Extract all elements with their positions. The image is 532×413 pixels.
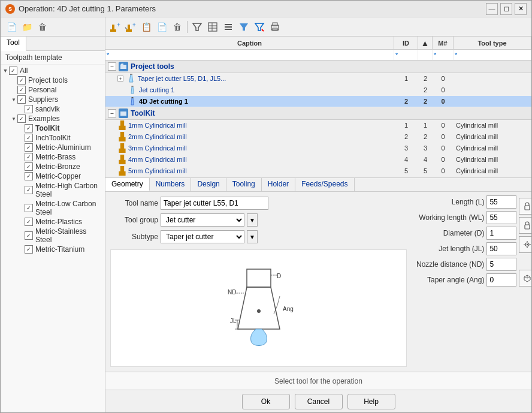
tool-tree[interactable]: ▼ All Project tools Personal: [1, 65, 105, 412]
tree-item-suppliers[interactable]: ▼ Suppliers: [1, 95, 105, 104]
close-button[interactable]: ✕: [515, 3, 527, 15]
tree-item-examples[interactable]: ▼ Examples: [1, 114, 105, 123]
tree-item-sandvik[interactable]: sandvik: [1, 104, 105, 114]
tree-item-toolkit[interactable]: ToolKit: [1, 123, 105, 133]
tool-row-4d-jet-cutting-1[interactable]: 4D Jet cutting 1 2 2 0: [105, 96, 531, 107]
tree-item-metric-al[interactable]: Metric-Aluminium: [1, 143, 105, 152]
tool-row-4mm-mill[interactable]: 4mm Cylindrical mill 4 4 0 Cylindrical m…: [105, 154, 531, 165]
tree-item-metric-plastics[interactable]: Metric-Plastics: [1, 217, 105, 227]
tab-feeds-speeds[interactable]: Feeds/Speeds: [295, 178, 354, 191]
length-input[interactable]: [486, 195, 516, 209]
tool-row-2mm-mill[interactable]: 2mm Cylindrical mill 2 2 0 Cylindrical m…: [105, 131, 531, 143]
tab-tooling[interactable]: Tooling: [226, 178, 262, 191]
tree-item-project-tools[interactable]: Project tools: [1, 76, 105, 85]
subtype-select[interactable]: Taper jet cutter: [161, 230, 244, 243]
copy-tool-button[interactable]: 📋: [139, 20, 153, 34]
svg-rect-18: [120, 65, 126, 69]
tool-group-select[interactable]: Jet cutter: [161, 213, 244, 227]
new-tool-button[interactable]: +: [108, 20, 122, 34]
tool-row-5mm-mill[interactable]: 5mm Cylindrical mill 5 5 0 Cylindrical m…: [105, 165, 531, 177]
open-folder-button[interactable]: 📁: [20, 20, 34, 34]
checkbox-suppliers[interactable]: [17, 95, 26, 104]
3mm-mill-id: 3: [394, 144, 418, 152]
delete-tool-button[interactable]: 🗑: [170, 20, 185, 34]
left-toolbar: 📄 📁 🗑: [1, 17, 105, 37]
tree-item-metric-lcs[interactable]: Metric-Low Carbon Steel: [1, 199, 105, 217]
cancel-button[interactable]: Cancel: [295, 394, 343, 409]
checkbox-metric-copper[interactable]: [25, 172, 33, 180]
checkbox-metric-lcs[interactable]: [25, 204, 33, 212]
tree-item-metric-copper[interactable]: Metric-Copper: [1, 171, 105, 181]
tab-holder[interactable]: Holder: [262, 178, 295, 191]
tool-group-dropdown[interactable]: ▼: [247, 213, 258, 227]
lock-icon-2[interactable]: [519, 217, 531, 234]
tree-item-metric-brass[interactable]: Metric-Brass: [1, 152, 105, 162]
lock-icon-3[interactable]: [519, 236, 531, 253]
settings-button[interactable]: [221, 20, 235, 34]
svg-text:Ang: Ang: [283, 306, 294, 312]
new-file-button[interactable]: 📄: [4, 20, 19, 34]
nozzle-distance-input[interactable]: [486, 258, 516, 271]
filter1-button[interactable]: [190, 20, 204, 34]
delete-button[interactable]: 🗑: [35, 20, 50, 34]
taper-angle-input[interactable]: [486, 273, 516, 287]
tab-numbers[interactable]: Numbers: [150, 178, 192, 191]
working-length-input[interactable]: [486, 211, 516, 224]
tree-item-metric-hcs[interactable]: Metric-High Carbon Steel: [1, 181, 105, 199]
tree-item-inchtoolkit[interactable]: InchToolKit: [1, 133, 105, 143]
checkbox-all[interactable]: [9, 67, 17, 75]
expand-project-tools[interactable]: –: [108, 62, 116, 71]
tree-item-metric-bronze[interactable]: Metric-Bronze: [1, 162, 105, 171]
minimize-button[interactable]: —: [486, 3, 498, 15]
ok-button[interactable]: Ok: [242, 394, 290, 409]
tab-geometry[interactable]: Geometry: [105, 178, 150, 191]
checkbox-metric-plastics[interactable]: [25, 218, 33, 226]
diameter-input[interactable]: [486, 227, 516, 240]
tab-tool[interactable]: Tool: [1, 37, 26, 51]
lock-icon-1[interactable]: [519, 198, 531, 215]
tool-row-taper-jet[interactable]: + Taper jet cutter L55, D1, JL5... 1 2 0: [105, 73, 531, 85]
checkbox-toolkit[interactable]: [25, 124, 33, 132]
expand-taper: +: [117, 76, 126, 82]
tree-item-metric-ss[interactable]: Metric-Stainless Steel: [1, 227, 105, 245]
tab-design[interactable]: Design: [191, 178, 226, 191]
filter-sort: [418, 50, 433, 60]
tree-item-personal[interactable]: Personal: [1, 85, 105, 95]
svg-rect-22: [120, 111, 126, 116]
filter-active-button[interactable]: [252, 20, 267, 34]
help-button[interactable]: Help: [347, 394, 395, 409]
checkbox-metric-brass[interactable]: [25, 153, 33, 161]
tool-name-input[interactable]: [161, 197, 268, 210]
cube-icon[interactable]: [519, 270, 531, 287]
tool-table-body[interactable]: – Project tools: [105, 61, 531, 177]
tool-row-3mm-mill[interactable]: 3mm Cylindrical mill 3 3 0 Cylindrical m…: [105, 143, 531, 154]
tool-row-jet-cutting-1[interactable]: Jet cutting 1 2 0: [105, 85, 531, 96]
2mm-mill-name: 2mm Cylindrical mill: [128, 133, 394, 140]
new-subtool-button[interactable]: +: [123, 20, 138, 34]
print-button[interactable]: [268, 20, 282, 34]
paste-tool-button[interactable]: 📄: [155, 20, 169, 34]
checkbox-examples[interactable]: [17, 114, 26, 123]
jet-length-input[interactable]: [486, 242, 516, 255]
tree-item-metric-ti[interactable]: Metric-Titanium: [1, 245, 105, 254]
checkbox-inchtoolkit[interactable]: [25, 134, 33, 142]
tool-row-1mm-mill[interactable]: 1mm Cylindrical mill 1 1 0 Cylindrical m…: [105, 120, 531, 131]
subtype-dropdown[interactable]: ▼: [247, 230, 258, 243]
filter-funnel-button[interactable]: [237, 20, 251, 34]
expand-toolkit[interactable]: –: [108, 109, 116, 117]
checkbox-metric-hcs[interactable]: [25, 186, 33, 194]
mill-icon-5mm: [117, 166, 127, 176]
restore-button[interactable]: ◻: [500, 3, 512, 15]
checkbox-metric-ss[interactable]: [25, 231, 33, 240]
checkbox-personal[interactable]: [17, 86, 26, 94]
tree-item-all[interactable]: ▼ All: [1, 66, 105, 76]
arrow-icon: ▼: [2, 68, 9, 74]
group-header-project-tools[interactable]: – Project tools: [105, 61, 531, 73]
checkbox-metric-ti[interactable]: [25, 245, 33, 254]
checkbox-project-tools[interactable]: [17, 76, 26, 85]
table-view-button[interactable]: [205, 20, 220, 34]
group-header-toolkit[interactable]: – ToolKit: [105, 107, 531, 120]
checkbox-metric-bronze[interactable]: [25, 162, 33, 171]
checkbox-metric-al[interactable]: [25, 143, 33, 152]
checkbox-sandvik[interactable]: [25, 105, 33, 113]
